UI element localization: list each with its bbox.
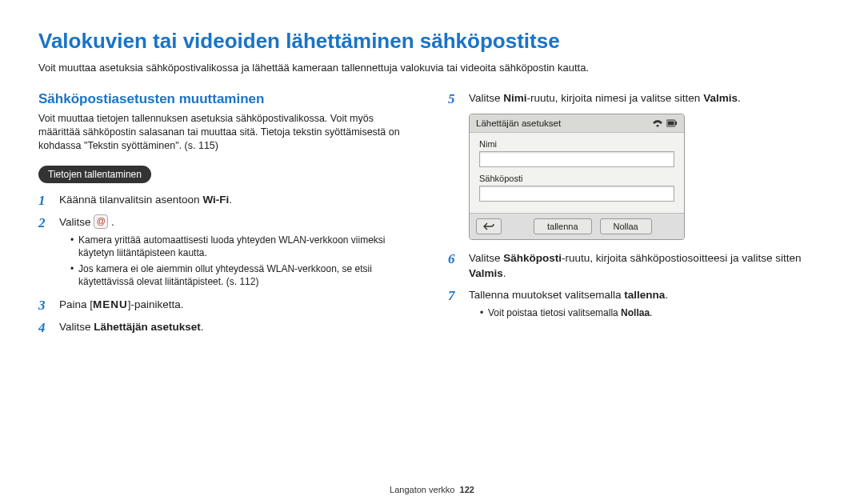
step-text: . (503, 267, 506, 279)
left-column: Sähköpostiasetusten muuttaminen Voit muu… (38, 91, 416, 342)
mail-icon: @ (94, 214, 108, 229)
battery-icon (666, 119, 678, 127)
svg-rect-2 (668, 122, 674, 126)
svg-rect-1 (675, 122, 677, 125)
step-number: 3 (38, 298, 51, 314)
section-body: Voit muuttaa tietojen tallennuksen asetu… (38, 112, 416, 153)
footer-section: Langaton verkko (390, 485, 454, 494)
step-number: 5 (448, 91, 461, 107)
step-text: . (229, 194, 232, 206)
step-3: 3 Paina [MENU]-painiketta. (38, 298, 416, 314)
device-header: Lähettäjän asetukset (470, 114, 684, 133)
step-7: 7 Tallenna muutokset valitsemalla tallen… (448, 288, 826, 322)
device-title: Lähettäjän asetukset (476, 118, 561, 128)
step-number: 1 (38, 193, 51, 209)
bullet-item: Kamera yrittää automaattisesti luoda yht… (70, 234, 416, 259)
step-number: 4 (38, 320, 51, 336)
step-4: 4 Valitse Lähettäjän asetukset. (38, 320, 416, 336)
step-text: -ruutu, kirjoita sähköpostiosoitteesi ja… (562, 252, 801, 264)
step-text: Käännä tilanvalitsin asentoon (59, 194, 202, 206)
bold-text: Valmis (469, 267, 503, 279)
step-text: Valitse (469, 92, 503, 104)
step-text: Valitse (469, 252, 503, 264)
step-number: 7 (448, 288, 461, 322)
page-footer: Langaton verkko 122 (0, 485, 864, 494)
step-6: 6 Valitse Sähköposti-ruutu, kirjoita säh… (448, 251, 826, 282)
bold-text: Valmis (703, 92, 738, 104)
right-column: 5 Valitse Nimi-ruutu, kirjoita nimesi ja… (448, 91, 826, 342)
device-save-button[interactable]: tallenna (534, 218, 592, 234)
page-title: Valokuvien tai videoiden lähettäminen sä… (38, 29, 826, 54)
device-reset-button[interactable]: Nollaa (600, 218, 652, 234)
menu-label: MENU (93, 298, 128, 310)
step-text: . (111, 216, 114, 228)
step-5: 5 Valitse Nimi-ruutu, kirjoita nimesi ja… (448, 91, 826, 107)
step-number: 2 (38, 215, 51, 292)
bold-text: Nollaa (621, 307, 650, 318)
device-back-button[interactable] (476, 218, 502, 234)
bullet-item: Jos kamera ei ole aiemmin ollut yhteydes… (70, 262, 416, 288)
device-name-input[interactable] (479, 151, 674, 167)
device-email-input[interactable] (479, 186, 674, 202)
step-2: 2 Valitse @ . Kamera yrittää automaattis… (38, 215, 416, 292)
step-1: 1 Käännä tilanvalitsin asentoon Wi-Fi. (38, 193, 416, 209)
step-text: ]-painiketta. (128, 298, 184, 310)
bold-text: Lähettäjän asetukset (94, 321, 201, 333)
wifi-label: Wi-Fi (202, 194, 229, 206)
step-text: . (738, 92, 741, 104)
device-mock: Lähettäjän asetukset Nimi (469, 114, 685, 240)
step-text: Tallenna muutokset valitsemalla (469, 289, 624, 301)
bold-text: Sähköposti (503, 252, 562, 264)
device-field-label-name: Nimi (479, 139, 674, 149)
bullet-item: Voit poistaa tietosi valitsemalla Nollaa… (480, 306, 826, 319)
pill-label: Tietojen tallentaminen (38, 166, 151, 183)
step-text: -ruutu, kirjoita nimesi ja valitse sitte… (527, 92, 704, 104)
wifi-signal-icon (652, 119, 663, 127)
step-text: . (665, 289, 668, 301)
step-text: Valitse (59, 216, 94, 228)
device-field-label-email: Sähköposti (479, 174, 674, 183)
back-arrow-icon (483, 222, 494, 230)
step-number: 6 (448, 251, 461, 282)
section-heading: Sähköpostiasetusten muuttaminen (38, 91, 416, 107)
bold-text: tallenna (624, 289, 665, 301)
bold-text: Nimi (503, 92, 526, 104)
step-text: Paina [ (59, 298, 93, 310)
step-text: Valitse (59, 321, 94, 333)
step-text: . (201, 321, 204, 333)
intro-text: Voit muuttaa asetuksia sähköpostivalikos… (38, 62, 826, 74)
footer-page-number: 122 (460, 485, 474, 494)
